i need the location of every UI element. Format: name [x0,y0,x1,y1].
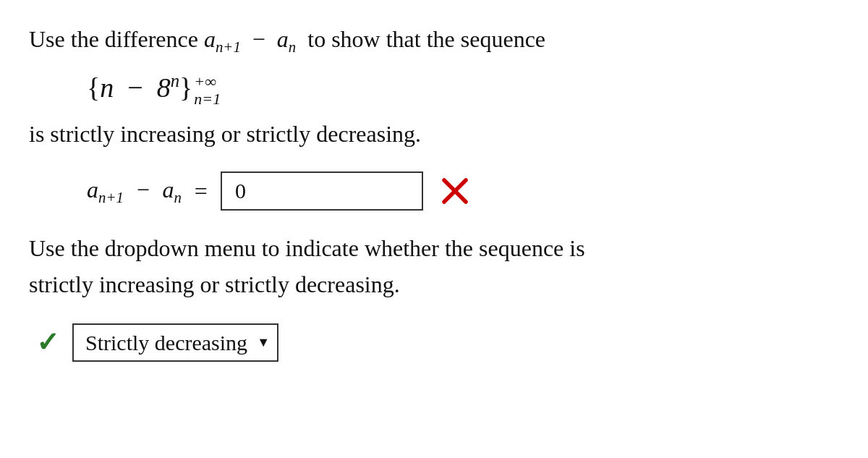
eq-a1: a [87,177,98,203]
is-strictly-text: is strictly increasing or strictly decre… [29,116,839,151]
sequence-close-brace: } [179,72,192,103]
checkmark-icon: ✓ [36,326,59,358]
eq-sub-n1: n+1 [98,189,124,205]
main-container: Use the difference an+1 − an to show tha… [29,22,839,362]
difference-notation: a [204,26,216,52]
sequence-open-brace: { [87,72,100,103]
equation-row: an+1 − an = [87,171,839,211]
eq-a2: a [162,177,174,203]
subscript-n: n [289,38,296,55]
equation-equals-sign: = [195,178,208,205]
x-svg [441,177,469,205]
answer-input[interactable] [221,171,423,211]
seq-lower-limit: n=1 [194,90,221,108]
seq-base: 8 [157,72,171,103]
a-n-notation: a [277,26,289,52]
equation-lhs: an+1 − an [87,177,182,206]
seq-exponent: n [171,71,179,90]
seq-limits: +∞n=1 [194,73,221,108]
sequence-type-dropdown[interactable]: Strictly increasing Strictly decreasing [72,323,278,362]
seq-upper-limit: +∞ [194,73,221,90]
eq-sub-n: n [174,189,181,205]
x-mark-icon [441,177,469,205]
intro-text: Use the difference an+1 − an to show tha… [29,22,839,59]
seq-n: n [100,72,114,103]
dropdown-row: ✓ Strictly increasing Strictly decreasin… [36,323,839,362]
dropdown-instruction: Use the dropdown menu to indicate whethe… [29,231,839,302]
subscript-n1: n+1 [216,38,241,55]
sequence-display: {n − 8n}+∞n=1 [87,66,839,110]
dropdown-wrapper: Strictly increasing Strictly decreasing … [72,323,278,362]
